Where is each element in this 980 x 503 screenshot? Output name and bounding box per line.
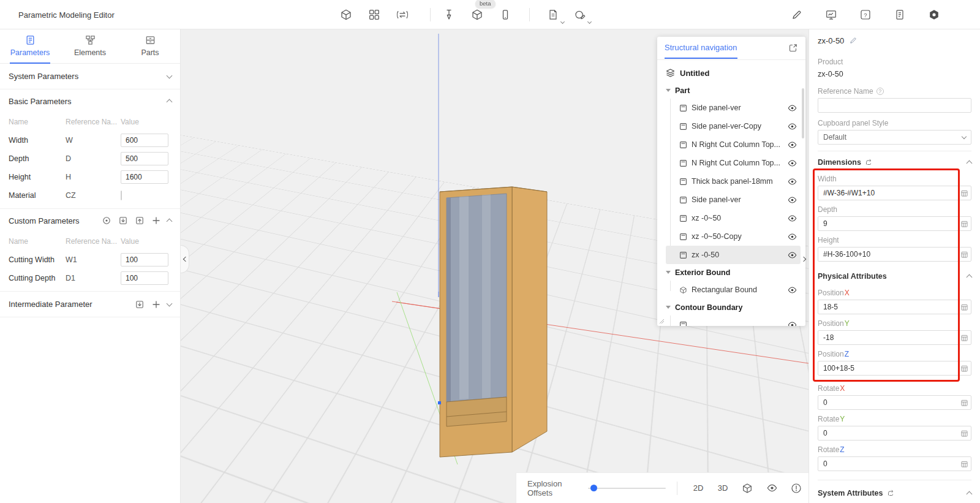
visibility-eye-icon[interactable]: [788, 105, 797, 112]
explosion-offset-slider[interactable]: [588, 488, 666, 489]
formula-grid-icon[interactable]: [961, 190, 968, 197]
cutting-width-input[interactable]: [121, 253, 168, 267]
chevron-up-icon[interactable]: [967, 161, 973, 167]
link-arrows-icon[interactable]: [865, 159, 872, 166]
rotatez-input[interactable]: [818, 456, 971, 471]
chevron-up-icon[interactable]: [167, 219, 173, 225]
render-icon[interactable]: [570, 4, 590, 25]
tree-group-part[interactable]: Part: [662, 82, 804, 99]
scrollbar-thumb[interactable]: [802, 88, 804, 138]
help-icon[interactable]: ?: [855, 4, 876, 25]
positionz-input[interactable]: [818, 361, 971, 376]
tree-item[interactable]: N Right Cut Column Top...: [666, 135, 801, 154]
depth-formula-input[interactable]: [818, 216, 971, 231]
swap-parameters-icon[interactable]: [392, 4, 413, 25]
export-parameter-icon[interactable]: [134, 215, 145, 226]
formula-grid-icon[interactable]: [961, 304, 968, 311]
tab-parts[interactable]: Parts: [120, 29, 180, 63]
height-formula-input[interactable]: [818, 247, 971, 262]
formula-grid-icon[interactable]: [961, 461, 968, 467]
rotatey-input[interactable]: [818, 426, 971, 441]
view-2d-button[interactable]: 2D: [691, 480, 706, 497]
collapse-right-panel-handle[interactable]: [800, 245, 809, 273]
basic-parameters-header[interactable]: Basic Parameters: [0, 89, 180, 113]
target-icon[interactable]: [101, 215, 112, 226]
tree-root[interactable]: Untitled: [662, 64, 804, 82]
visibility-eye-icon[interactable]: [764, 480, 779, 497]
model-beta-icon[interactable]: beta: [467, 4, 488, 25]
components-icon[interactable]: [364, 4, 385, 25]
import-parameter-icon[interactable]: [118, 215, 129, 226]
link-arrows-icon[interactable]: [887, 490, 894, 497]
settings-icon[interactable]: [924, 4, 944, 25]
tree-item[interactable]: Side panel-ver: [666, 99, 801, 117]
rename-pencil-icon[interactable]: [849, 36, 858, 45]
import-parameter-icon[interactable]: [134, 299, 145, 310]
draw-icon[interactable]: [786, 4, 807, 25]
view-3d-button[interactable]: 3D: [715, 480, 730, 497]
formula-grid-icon[interactable]: [961, 335, 968, 341]
add-parameter-icon[interactable]: [151, 215, 162, 226]
chevron-down-icon[interactable]: [167, 300, 173, 306]
tree-item-partial[interactable]: [666, 316, 801, 326]
height-value-input[interactable]: [121, 170, 168, 184]
depth-value-input[interactable]: [121, 152, 168, 165]
tree-item[interactable]: Side panel-ver-Copy: [666, 117, 801, 135]
tab-parameters[interactable]: Parameters: [0, 29, 60, 63]
warning-info-icon[interactable]: [789, 480, 804, 497]
tree-item[interactable]: Thick back panel-18mm: [666, 172, 801, 191]
formula-grid-icon[interactable]: [961, 399, 968, 406]
rotatex-input[interactable]: [818, 395, 971, 410]
formula-grid-icon[interactable]: [961, 251, 968, 258]
tree-item[interactable]: xz -0~50: [666, 209, 801, 227]
visibility-eye-icon[interactable]: [788, 215, 797, 222]
positionx-input[interactable]: [818, 300, 971, 314]
tree-group-contour-boundary[interactable]: Contour Boundary: [662, 299, 804, 316]
tree-item[interactable]: Rectangular Bound: [666, 281, 801, 299]
device-preview-icon[interactable]: [495, 4, 516, 25]
open-in-window-icon[interactable]: [788, 43, 798, 53]
resize-grip-icon[interactable]: [659, 319, 665, 324]
section-intermediate-parameter[interactable]: Intermediate Parameter: [0, 292, 180, 317]
tab-elements[interactable]: Elements: [60, 29, 120, 63]
positiony-input[interactable]: [818, 330, 971, 345]
visibility-eye-icon[interactable]: [788, 197, 797, 203]
slider-thumb[interactable]: [590, 485, 597, 491]
chevron-up-icon[interactable]: [967, 491, 973, 497]
visibility-eye-icon[interactable]: [788, 233, 797, 240]
tree-item[interactable]: xz -0~50-Copy: [666, 227, 801, 246]
add-parameter-icon[interactable]: [151, 299, 162, 310]
viewport-3d[interactable]: Structural navigation Untitled Part Side…: [181, 29, 809, 503]
tree-group-exterior-bound[interactable]: Exterior Bound: [662, 264, 804, 281]
visibility-eye-icon[interactable]: [788, 287, 797, 293]
tree-item-selected[interactable]: zx -0-50: [666, 246, 801, 264]
formula-grid-icon[interactable]: [961, 430, 968, 437]
visibility-eye-icon[interactable]: [788, 322, 797, 327]
section-system-parameters[interactable]: System Parameters: [0, 64, 180, 89]
model-library-icon[interactable]: [336, 4, 356, 25]
width-formula-input[interactable]: [818, 186, 971, 200]
visibility-eye-icon[interactable]: [788, 178, 797, 185]
reference-name-input[interactable]: [818, 98, 971, 113]
custom-parameters-header[interactable]: Custom Parameters: [0, 209, 180, 232]
cutting-depth-input[interactable]: [121, 271, 168, 285]
help-circle-icon[interactable]: ?: [876, 88, 884, 95]
width-value-input[interactable]: [121, 134, 168, 147]
vertex-handle[interactable]: [438, 401, 441, 404]
material-swatch[interactable]: [121, 191, 122, 200]
dashboard-icon[interactable]: [821, 4, 842, 25]
cabinet-model[interactable]: [440, 187, 547, 457]
tree-item[interactable]: N Right Cut Column Top...: [666, 154, 801, 172]
panel-style-select[interactable]: Default: [818, 130, 971, 145]
collapse-left-panel-handle[interactable]: [181, 245, 189, 273]
tree-item[interactable]: Side panel-ver: [666, 191, 801, 209]
isolate-cube-icon[interactable]: [740, 480, 755, 497]
document-edit-icon[interactable]: [543, 4, 564, 25]
formula-grid-icon[interactable]: [961, 365, 968, 372]
chevron-up-icon[interactable]: [967, 274, 973, 281]
visibility-eye-icon[interactable]: [788, 160, 797, 167]
visibility-eye-icon[interactable]: [788, 142, 797, 148]
structural-navigation-tab[interactable]: Structural navigation: [665, 43, 737, 59]
measure-icon[interactable]: [439, 4, 459, 25]
document-icon[interactable]: [889, 4, 910, 25]
